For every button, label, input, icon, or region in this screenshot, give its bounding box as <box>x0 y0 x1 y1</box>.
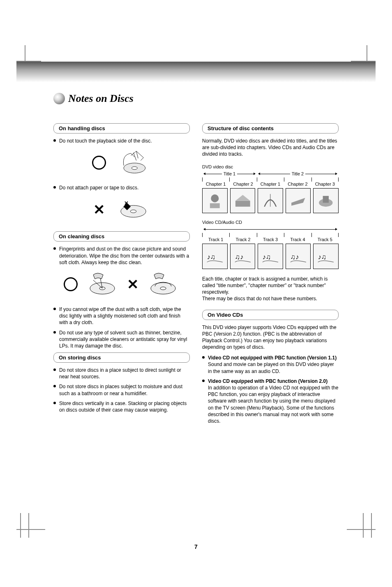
bullet-icon <box>53 246 57 266</box>
svg-point-8 <box>160 287 166 290</box>
svg-text:✕: ✕ <box>124 201 129 207</box>
handling-illustration-2: ✕ ✕ <box>53 195 190 224</box>
bullet-icon <box>53 383 57 396</box>
chapter-thumb-icon <box>286 188 311 214</box>
chapter-2-label: Chapter 2 <box>229 182 256 186</box>
crop-mark-top-left <box>16 45 41 62</box>
track-4-label: Track 4 <box>284 237 311 242</box>
cleaning-header: On cleaning discs <box>53 231 190 242</box>
disc-with-tape-icon: ✕ <box>113 195 150 224</box>
svg-point-3 <box>130 210 136 213</box>
header-gradient-bar <box>16 62 376 82</box>
track-3-label: Track 3 <box>257 237 284 242</box>
structure-header: Structure of disc contents <box>202 123 339 134</box>
chapter-thumb-icon <box>313 188 339 214</box>
track-thumb-icon: ♫♪ <box>286 244 311 269</box>
left-column: On handling discs Do not touch the playb… <box>53 123 190 428</box>
storing-bullet-1: Do not store discs in a place subject to… <box>53 367 190 380</box>
svg-text:♪♫: ♪♫ <box>263 253 271 261</box>
track-1-label: Track 1 <box>202 237 229 242</box>
chapter-thumb-icon <box>202 188 228 214</box>
sphere-bullet-icon <box>53 93 65 104</box>
track-thumb-icon: ♪♫ <box>202 244 228 269</box>
bullet-icon <box>53 184 57 191</box>
chapter-4-label: Chapter 2 <box>284 182 311 186</box>
videocd-type2-text: In addition to operation of a Video CD n… <box>208 385 338 424</box>
svg-point-9 <box>211 194 219 202</box>
wrong-mark-icon: ✕ <box>127 277 138 291</box>
videocd-type2-label: Video CD equipped with PBC function (Ver… <box>208 378 327 384</box>
correct-mark-icon <box>92 156 106 170</box>
videocd-type2: Video CD equipped with PBC function (Ver… <box>202 378 339 424</box>
handling-bullet-2: Do not attach paper or tape to discs. <box>53 184 190 191</box>
cd-label: Video CD/Audio CD <box>202 220 339 225</box>
page-number: 7 <box>0 543 392 550</box>
svg-rect-13 <box>323 196 329 203</box>
svg-text:♫♪: ♫♪ <box>291 253 299 261</box>
handling-illustration-1 <box>53 148 190 177</box>
bullet-icon <box>202 355 205 375</box>
bullet-icon <box>202 378 205 424</box>
svg-point-1 <box>131 167 137 170</box>
videocd-type1: Video CD not equipped with PBC function … <box>202 355 339 375</box>
svg-rect-11 <box>235 200 250 206</box>
storing-bullet-3: Store discs vertically in a case. Stacki… <box>53 400 190 413</box>
chapter-3-label: Chapter 1 <box>257 182 284 186</box>
handling-header: On handling discs <box>53 123 190 134</box>
wipe-radial-icon <box>86 270 119 299</box>
dvd-label: DVD video disc <box>202 164 339 169</box>
chapter-1-label: Chapter 1 <box>202 182 229 186</box>
wipe-circular-icon <box>147 270 180 299</box>
chapter-5-label: Chapter 3 <box>311 182 339 186</box>
videocd-intro: This DVD video player supports Video CDs… <box>202 324 339 351</box>
track-thumb-icon: ♪♫ <box>313 244 339 269</box>
svg-text:♪♫: ♪♫ <box>318 253 327 261</box>
svg-rect-10 <box>210 203 220 208</box>
content-columns: On handling discs Do not touch the playb… <box>53 123 339 428</box>
dvd-structure-diagram: DVD video disc Title 1 Title 2 Chapter 1… <box>202 164 339 214</box>
crop-mark-bottom-right <box>347 513 376 538</box>
right-column: Structure of disc contents Normally, DVD… <box>202 123 339 428</box>
crop-mark-top-right <box>351 45 376 62</box>
chapter-thumb-icon <box>230 188 256 214</box>
page-title-block: Notes on Discs <box>53 92 134 105</box>
title-2-label: Title 2 <box>290 171 306 176</box>
bullet-icon <box>53 138 57 144</box>
cleaning-bullet-1: Fingerprints and dust on the disc cause … <box>53 246 190 266</box>
bullet-icon <box>53 306 57 326</box>
track-5-label: Track 5 <box>311 237 339 242</box>
cleaning-bullet-3: Do not use any type of solvent such as t… <box>53 329 190 350</box>
bullet-icon <box>53 367 57 380</box>
storing-header: On storing discs <box>53 352 190 363</box>
page-title: Notes on Discs <box>68 92 134 105</box>
title-1-label: Title 1 <box>222 171 238 176</box>
hand-holding-disc-icon <box>114 148 151 177</box>
storing-bullet-2: Do not store discs in places subject to … <box>53 383 190 396</box>
crop-mark-bottom-left <box>16 513 45 538</box>
track-2-label: Track 2 <box>229 237 256 242</box>
svg-text:♪♫: ♪♫ <box>207 253 216 261</box>
videocd-type1-text: Sound and movie can be played on this DV… <box>208 361 334 374</box>
handling-bullet-1: Do not touch the playback side of the di… <box>53 138 190 144</box>
structure-intro: Normally, DVD video discs are divided in… <box>202 138 339 158</box>
chapter-thumb-icon <box>258 188 283 214</box>
cleaning-bullet-2: If you cannot wipe off the dust with a s… <box>53 306 190 326</box>
correct-mark-icon <box>64 277 78 291</box>
videocd-type1-label: Video CD not equipped with PBC function … <box>208 355 337 361</box>
videocd-header: On Video CDs <box>202 310 339 320</box>
svg-text:♫♪: ♫♪ <box>235 253 243 261</box>
track-thumb-icon: ♫♪ <box>230 244 256 269</box>
cleaning-illustration: ✕ <box>53 270 190 299</box>
wrong-mark-icon: ✕ <box>93 203 105 216</box>
bullet-icon <box>53 400 57 413</box>
bullet-icon <box>53 329 57 350</box>
structure-outro: Each title, chapter or track is assigned… <box>202 276 339 302</box>
track-thumb-icon: ♪♫ <box>258 244 283 269</box>
cd-structure-diagram: Video CD/Audio CD Track 1 Track 2 Track … <box>202 220 339 269</box>
